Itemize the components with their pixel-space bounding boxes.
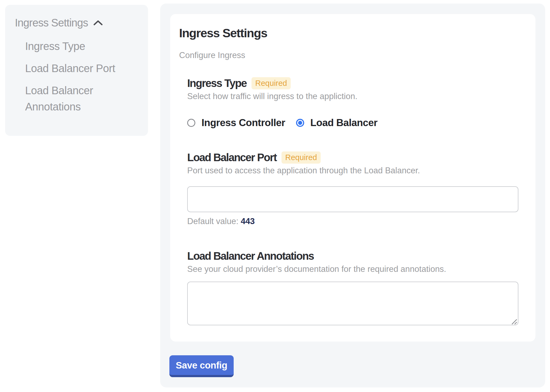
sidebar-group-label: Ingress Settings [15, 16, 88, 29]
form-sections: Ingress Type Required Select how traffic… [187, 77, 518, 325]
required-badge: Required [251, 77, 291, 89]
radio-label-ingress-controller[interactable]: Ingress Controller [202, 117, 285, 129]
sidebar-item-load-balancer-annotations[interactable]: Load Balancer Annotations [25, 82, 138, 115]
lb-port-title: Load Balancer Port [187, 151, 277, 164]
sidebar-group-header[interactable]: Ingress Settings [15, 16, 138, 29]
radio-label-load-balancer[interactable]: Load Balancer [310, 117, 377, 129]
page: Ingress Settings Ingress Type Load Balan… [0, 0, 550, 392]
lb-annotations-textarea[interactable] [187, 282, 518, 325]
lb-annotations-title-row: Load Balancer Annotations [187, 250, 518, 262]
lb-annotations-title: Load Balancer Annotations [187, 250, 314, 262]
radio-load-balancer[interactable] [296, 119, 304, 127]
radio-option-ingress-controller[interactable]: Ingress Controller [187, 117, 285, 129]
save-config-button[interactable]: Save config [169, 355, 234, 377]
resize-handle-icon[interactable] [511, 318, 518, 325]
sidebar-item-ingress-type[interactable]: Ingress Type [25, 38, 138, 54]
default-value-label: Default value: [187, 217, 239, 226]
radio-ingress-controller[interactable] [187, 119, 195, 127]
page-subtitle: Configure Ingress [179, 50, 526, 60]
lb-port-default-row: Default value: 443 [187, 217, 518, 226]
ingress-type-title-row: Ingress Type Required [187, 77, 518, 89]
page-title: Ingress Settings [179, 26, 526, 40]
default-value: 443 [241, 217, 255, 226]
sidebar: Ingress Settings Ingress Type Load Balan… [5, 5, 148, 136]
ingress-type-description: Select how traffic will ingress to the a… [187, 92, 518, 101]
chevron-up-icon [93, 20, 103, 25]
required-badge: Required [281, 151, 321, 164]
sidebar-item-load-balancer-port[interactable]: Load Balancer Port [25, 60, 138, 76]
main-panel: Ingress Settings Configure Ingress Ingre… [160, 4, 545, 387]
radio-option-load-balancer[interactable]: Load Balancer [296, 117, 377, 129]
lb-port-input[interactable] [187, 186, 518, 212]
lb-annotations-description: See your cloud provider’s documentation … [187, 264, 518, 274]
ingress-settings-card: Ingress Settings Configure Ingress Ingre… [170, 14, 535, 342]
sidebar-items: Ingress Type Load Balancer Port Load Bal… [25, 38, 138, 115]
ingress-type-title: Ingress Type [187, 77, 247, 89]
lb-annotations-textarea-wrap [187, 282, 518, 325]
ingress-type-options: Ingress Controller Load Balancer [187, 117, 518, 129]
lb-port-description: Port used to access the application thro… [187, 166, 518, 175]
lb-port-title-row: Load Balancer Port Required [187, 151, 518, 164]
